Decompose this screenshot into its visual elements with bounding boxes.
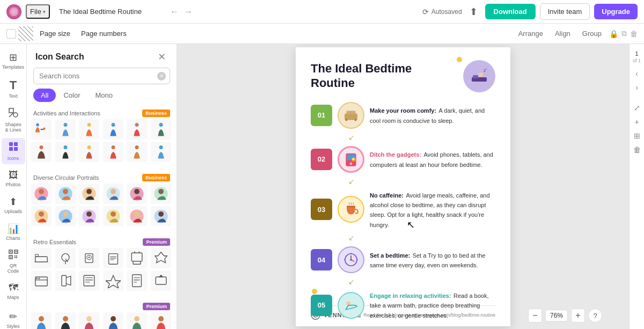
list-item[interactable] [31, 312, 52, 329]
icon-search-clear-button[interactable]: ✕ [157, 72, 166, 81]
hatch-button[interactable] [18, 26, 33, 41]
list-item[interactable] [31, 142, 52, 162]
prev-page-button[interactable]: ‹ [631, 68, 643, 79]
list-item[interactable] [55, 119, 76, 140]
svg-marker-82 [106, 275, 121, 288]
arrange-button[interactable]: Arrange [514, 27, 547, 40]
infographic-page[interactable]: The Ideal Bedtime Routine Z z [296, 47, 510, 326]
list-item[interactable] [103, 248, 123, 268]
list-item[interactable] [151, 119, 171, 140]
grid-view-button[interactable]: ⊞ [631, 130, 643, 142]
icon-grid-container[interactable]: Activities and Interactions Business [27, 106, 177, 329]
tab-color[interactable]: Color [56, 89, 87, 102]
trash-button[interactable]: 🗑 [631, 144, 643, 156]
redo-button[interactable]: → [182, 6, 195, 18]
list-item[interactable] [127, 270, 147, 291]
list-item[interactable] [151, 142, 171, 162]
group-button[interactable]: Group [578, 27, 606, 40]
canvas-area[interactable]: ↖ The Ideal Bedtime Routine [177, 44, 629, 329]
next-page-button[interactable]: › [631, 82, 643, 93]
section-badge-people: Premium [143, 303, 170, 310]
list-item[interactable] [31, 270, 52, 291]
icon-search-input[interactable] [33, 68, 170, 84]
svg-point-104 [479, 72, 483, 77]
list-item[interactable] [31, 184, 52, 204]
sidebar-item-maps[interactable]: 🗺 Maps [2, 279, 25, 303]
list-item[interactable] [151, 312, 171, 329]
list-item[interactable] [79, 270, 99, 291]
list-item[interactable] [127, 248, 147, 268]
list-item[interactable] [151, 270, 171, 291]
tab-all[interactable]: All [33, 89, 56, 102]
list-item[interactable] [103, 184, 123, 204]
list-item[interactable] [79, 184, 99, 204]
list-item[interactable] [31, 206, 52, 226]
list-item[interactable] [151, 248, 171, 268]
list-item[interactable] [55, 270, 76, 291]
list-item[interactable] [103, 312, 123, 329]
upgrade-button[interactable]: Upgrade [594, 4, 638, 19]
page-number: 1 [635, 50, 638, 57]
page-select-checkbox[interactable] [6, 29, 16, 39]
list-item[interactable] [31, 248, 52, 268]
zoom-in-button[interactable]: + [571, 309, 585, 323]
add-page-button[interactable]: + [631, 116, 643, 128]
list-item[interactable] [103, 206, 123, 226]
list-item[interactable] [79, 142, 99, 162]
list-item[interactable] [79, 248, 99, 268]
page-numbers-button[interactable]: Page numbers [77, 27, 131, 40]
list-item[interactable] [79, 206, 99, 226]
list-item[interactable] [103, 270, 123, 291]
sidebar-item-qrcode[interactable]: QR Code [2, 246, 25, 277]
sidebar-item-uploads[interactable]: ⬆ Uploads [2, 193, 25, 217]
sidebar-item-icons[interactable]: Icons [2, 138, 25, 164]
icon-panel-close-button[interactable]: ✕ [155, 50, 168, 63]
list-item[interactable] [55, 142, 76, 162]
share-icon-button[interactable]: ⬆ [466, 4, 481, 20]
icon-panel-header: Icon Search ✕ [27, 44, 177, 68]
zoom-out-button[interactable]: − [528, 309, 542, 323]
list-item[interactable] [127, 206, 147, 226]
sidebar-item-charts[interactable]: 📊 Charts [2, 220, 25, 244]
list-item[interactable] [151, 206, 171, 226]
list-item[interactable] [103, 142, 123, 162]
list-item[interactable] [31, 119, 52, 140]
list-item[interactable] [55, 248, 76, 268]
section-badge-retro: Premium [143, 238, 170, 246]
list-item[interactable] [127, 119, 147, 140]
section-title-retro: Retro Essentials [33, 239, 76, 245]
step-badge-03: 03 [311, 199, 332, 220]
toolbar2-right: Arrange Align Group 🔒 ⧉ 🗑 [514, 27, 638, 40]
list-item[interactable] [127, 312, 147, 329]
sidebar-item-photos[interactable]: 🖼 Photos [2, 166, 25, 191]
align-button[interactable]: Align [551, 27, 575, 40]
section-badge-activities: Business [142, 109, 170, 117]
file-menu-button[interactable]: File ▾ [26, 4, 50, 19]
page-size-button[interactable]: Page size [35, 27, 75, 40]
delete-icon: 🗑 [630, 30, 638, 38]
sidebar-item-styles[interactable]: ✏ Styles [2, 308, 25, 329]
svg-point-63 [89, 257, 90, 258]
list-item[interactable] [55, 184, 76, 204]
sidebar-item-text[interactable]: T Text [2, 75, 25, 102]
list-item[interactable] [79, 312, 99, 329]
sidebar-item-templates[interactable]: ⊞ Templates [2, 48, 25, 73]
list-item[interactable] [127, 142, 147, 162]
zoom-help-button[interactable]: ? [588, 309, 602, 323]
invite-team-button[interactable]: Invite team [540, 3, 590, 20]
list-item[interactable] [127, 184, 147, 204]
expand-button[interactable]: ⤢ [631, 102, 643, 114]
list-item[interactable] [79, 119, 99, 140]
list-item[interactable] [55, 312, 76, 329]
page-title: The Ideal Bedtime Routine [311, 62, 457, 90]
document-title-input[interactable] [54, 5, 162, 18]
svg-marker-72 [155, 252, 166, 263]
svg-point-90 [63, 316, 68, 321]
list-item[interactable] [103, 119, 123, 140]
list-item[interactable] [151, 184, 171, 204]
tab-mono[interactable]: Mono [88, 89, 121, 102]
download-button[interactable]: Download [485, 4, 536, 19]
list-item[interactable] [55, 206, 76, 226]
sidebar-item-shapes[interactable]: Shapes & Lines [2, 104, 25, 136]
undo-button[interactable]: ← [168, 6, 181, 18]
